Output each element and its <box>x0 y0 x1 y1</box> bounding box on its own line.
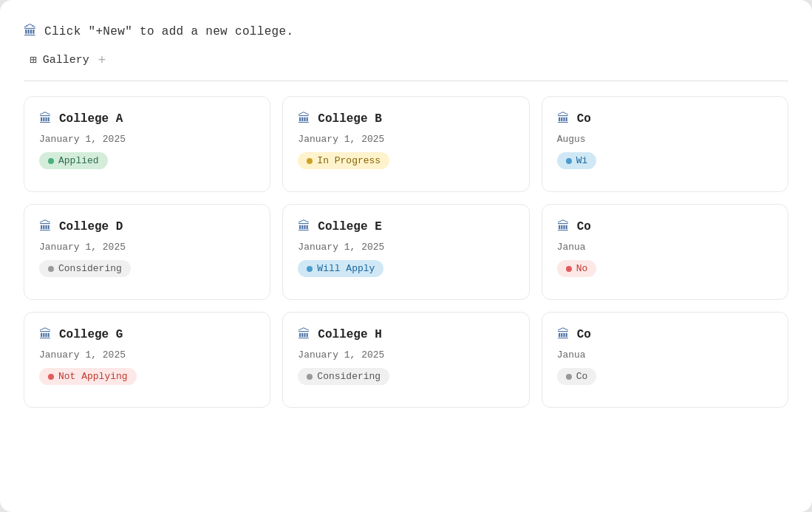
college-name-f: Co <box>577 220 591 233</box>
status-dot-g <box>48 374 54 380</box>
status-label-c: Wi <box>576 155 588 166</box>
college-icon-g: 🏛 <box>39 327 52 342</box>
college-name-i: Co <box>577 328 591 341</box>
college-name-a: College A <box>59 112 123 126</box>
status-dot-d <box>48 266 54 272</box>
college-name-c: Co <box>577 112 591 126</box>
status-dot-h <box>307 374 313 380</box>
gallery-grid: 🏛 College A January 1, 2025 Applied 🏛 Co… <box>24 96 788 408</box>
college-icon-a: 🏛 <box>39 112 52 126</box>
college-date-d: January 1, 2025 <box>39 242 255 253</box>
status-dot-e <box>307 266 313 272</box>
status-badge-b: In Progress <box>298 152 389 169</box>
college-card-a[interactable]: 🏛 College A January 1, 2025 Applied <box>24 96 270 192</box>
hint-text: Click "+New" to add a new college. <box>44 25 293 38</box>
add-new-button[interactable]: + <box>95 53 109 66</box>
card-header-e: 🏛 College E <box>298 219 514 234</box>
college-card-c[interactable]: 🏛 Co Augus Wi <box>542 96 788 192</box>
status-label-a: Applied <box>58 155 99 166</box>
college-date-i: Janua <box>557 349 773 361</box>
card-header-g: 🏛 College G <box>39 327 255 342</box>
college-date-a: January 1, 2025 <box>39 134 255 145</box>
college-icon-i: 🏛 <box>557 327 570 342</box>
status-label-d: Considering <box>58 263 122 274</box>
college-icon-d: 🏛 <box>39 219 52 234</box>
status-label-g: Not Applying <box>58 371 128 382</box>
college-date-h: January 1, 2025 <box>298 349 514 361</box>
college-name-d: College D <box>59 220 123 233</box>
college-card-h[interactable]: 🏛 College H January 1, 2025 Considering <box>282 312 529 408</box>
college-icon-b: 🏛 <box>298 112 310 126</box>
status-label-f: No <box>576 263 588 274</box>
status-dot-f <box>566 266 572 272</box>
building-icon: 🏛 <box>24 24 37 39</box>
college-date-e: January 1, 2025 <box>298 242 514 253</box>
card-header-d: 🏛 College D <box>39 219 255 234</box>
college-card-b[interactable]: 🏛 College B January 1, 2025 In Progress <box>282 96 529 192</box>
status-badge-d: Considering <box>39 260 131 277</box>
college-date-c: Augus <box>557 134 773 145</box>
college-date-g: January 1, 2025 <box>39 349 255 361</box>
status-badge-e: Will Apply <box>298 260 383 277</box>
status-badge-f: No <box>557 260 597 277</box>
card-header-b: 🏛 College B <box>298 112 514 126</box>
college-date-b: January 1, 2025 <box>298 134 514 145</box>
college-name-g: College G <box>59 328 123 341</box>
card-header-a: 🏛 College A <box>39 112 255 126</box>
status-label-b: In Progress <box>317 155 381 166</box>
header-hint: 🏛 Click "+New" to add a new college. <box>24 24 788 39</box>
status-badge-a: Applied <box>39 152 108 169</box>
status-badge-g: Not Applying <box>39 368 137 385</box>
college-icon-h: 🏛 <box>298 327 310 342</box>
toolbar: ⊞ Gallery + <box>24 52 788 67</box>
status-label-e: Will Apply <box>317 263 375 274</box>
status-badge-c: Wi <box>557 152 597 169</box>
gallery-label: Gallery <box>43 54 89 66</box>
college-name-h: College H <box>318 328 381 341</box>
college-icon-c: 🏛 <box>557 112 570 126</box>
college-date-f: Janua <box>557 242 773 253</box>
section-divider <box>24 81 788 81</box>
status-dot-a <box>48 158 54 164</box>
status-badge-h: Considering <box>298 368 389 385</box>
college-name-b: College B <box>318 112 381 126</box>
college-card-d[interactable]: 🏛 College D January 1, 2025 Considering <box>24 204 270 300</box>
college-name-e: College E <box>318 220 381 233</box>
college-card-g[interactable]: 🏛 College G January 1, 2025 Not Applying <box>24 312 270 408</box>
status-label-h: Considering <box>317 371 381 382</box>
college-card-f[interactable]: 🏛 Co Janua No <box>542 204 788 300</box>
status-dot-b <box>307 158 313 164</box>
card-header-h: 🏛 College H <box>298 327 514 342</box>
app-container: 🏛 Click "+New" to add a new college. ⊞ G… <box>0 0 812 512</box>
gallery-icon: ⊞ <box>30 52 37 67</box>
card-header-i: 🏛 Co <box>557 327 773 342</box>
status-badge-i: Co <box>557 368 597 385</box>
college-icon-e: 🏛 <box>298 219 310 234</box>
status-dot-c <box>566 158 572 164</box>
card-header-f: 🏛 Co <box>557 219 773 234</box>
card-header-c: 🏛 Co <box>557 112 773 126</box>
status-dot-i <box>566 374 572 380</box>
status-label-i: Co <box>576 371 588 382</box>
college-card-e[interactable]: 🏛 College E January 1, 2025 Will Apply <box>282 204 529 300</box>
college-icon-f: 🏛 <box>557 219 570 234</box>
college-card-i[interactable]: 🏛 Co Janua Co <box>542 312 788 408</box>
